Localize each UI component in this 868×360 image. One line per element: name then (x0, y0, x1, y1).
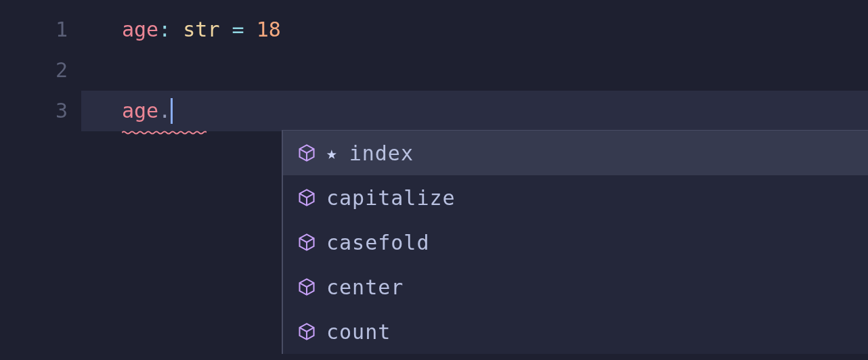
error-squiggle (122, 116, 207, 120)
autocomplete-label: capitalize (326, 186, 456, 210)
autocomplete-label: casefold (326, 231, 430, 254)
method-icon (297, 187, 317, 208)
method-icon (297, 143, 317, 163)
autocomplete-label: index (349, 141, 414, 165)
equals-token: = (232, 18, 244, 41)
star-icon: ★ (326, 143, 337, 163)
number-token: 18 (257, 18, 281, 41)
autocomplete-label: count (326, 320, 391, 344)
autocomplete-label: center (326, 275, 404, 299)
method-icon (297, 277, 317, 297)
colon-token: : (158, 18, 171, 41)
code-line-2[interactable] (81, 50, 868, 91)
code-editor[interactable]: 1 2 3 age: str = 18 age. ★ index (0, 0, 868, 360)
autocomplete-popup[interactable]: ★ index capitalize (282, 130, 868, 354)
autocomplete-item-capitalize[interactable]: capitalize (283, 175, 868, 220)
line-number: 1 (0, 9, 81, 50)
autocomplete-item-center[interactable]: center (283, 265, 868, 309)
line-number-gutter: 1 2 3 (0, 0, 81, 360)
autocomplete-item-index[interactable]: ★ index (283, 131, 868, 175)
code-content-area[interactable]: age: str = 18 age. ★ index (81, 0, 868, 360)
code-line-3[interactable]: age. (81, 91, 868, 131)
code-line-1[interactable]: age: str = 18 (81, 9, 868, 50)
variable-token: age (122, 18, 158, 41)
method-icon (297, 232, 317, 252)
method-icon (297, 321, 317, 342)
type-token: str (183, 18, 219, 41)
autocomplete-item-casefold[interactable]: casefold (283, 220, 868, 265)
line-number: 3 (0, 91, 81, 131)
autocomplete-item-count[interactable]: count (283, 309, 868, 354)
line-number: 2 (0, 50, 81, 91)
